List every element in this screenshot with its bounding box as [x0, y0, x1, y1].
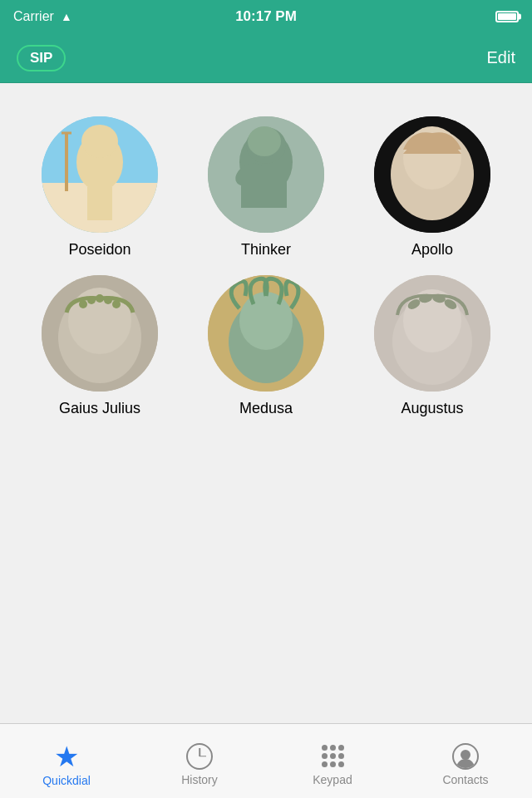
edit-button[interactable]: Edit: [487, 48, 515, 67]
contact-avatar-medusa: [208, 275, 324, 392]
svg-point-21: [96, 294, 104, 303]
contact-name-apollo: Apollo: [411, 241, 453, 259]
tab-keypad-label: Keypad: [313, 773, 352, 786]
battery-fill: [498, 13, 516, 20]
tab-history[interactable]: History: [133, 736, 266, 786]
tab-bar: ★ Quickdial History Keypad: [0, 723, 532, 798]
keypad-dot-8: [330, 761, 336, 767]
contact-avatar-thinker: [208, 116, 324, 233]
contacts-grid: Poseidon Thinker Apollo: [0, 108, 532, 426]
contact-item-medusa[interactable]: Medusa: [183, 275, 349, 417]
status-bar-time: 10:17 PM: [235, 8, 297, 25]
star-icon: ★: [54, 742, 79, 771]
contacts-icon: [452, 743, 479, 770]
wifi-icon: ▲: [61, 10, 72, 23]
contact-name-augustus: Augustus: [401, 400, 463, 417]
battery-icon: [495, 11, 519, 22]
tab-contacts-label: Contacts: [442, 773, 488, 786]
svg-point-26: [239, 292, 293, 350]
contact-item-thinker[interactable]: Thinker: [183, 116, 349, 259]
tab-quickdial[interactable]: ★ Quickdial: [0, 736, 133, 787]
svg-point-12: [248, 126, 281, 156]
keypad-dot-1: [322, 745, 328, 751]
tab-contacts[interactable]: Contacts: [399, 736, 532, 786]
svg-point-22: [104, 296, 112, 304]
contact-icon-body: [456, 759, 475, 770]
contact-item-gaius[interactable]: Gaius Julius: [17, 275, 183, 417]
status-bar-left: Carrier ▲: [13, 9, 72, 24]
keypad-dot-5: [330, 753, 336, 759]
contact-item-poseidon[interactable]: Poseidon: [17, 116, 183, 259]
contact-name-thinker: Thinker: [241, 241, 291, 259]
tab-quickdial-label: Quickdial: [42, 774, 91, 787]
keypad-dot-3: [338, 745, 344, 751]
main-content: Poseidon Thinker Apollo: [0, 83, 532, 723]
contact-name-gaius: Gaius Julius: [59, 400, 140, 417]
clock-icon: [186, 743, 213, 770]
keypad-icon: [322, 745, 344, 767]
contact-name-poseidon: Poseidon: [68, 241, 131, 259]
sip-badge: SIP: [17, 45, 66, 71]
keypad-dot-2: [330, 745, 336, 751]
keypad-icon-wrapper: [322, 743, 344, 770]
svg-point-3: [81, 125, 118, 158]
svg-rect-4: [87, 187, 112, 220]
contact-avatar-augustus: [374, 275, 490, 392]
contact-item-apollo[interactable]: Apollo: [349, 116, 515, 259]
keypad-dot-7: [322, 761, 328, 767]
contact-item-augustus[interactable]: Augustus: [349, 275, 515, 417]
keypad-dot-6: [338, 753, 344, 759]
tab-keypad[interactable]: Keypad: [266, 736, 399, 786]
svg-rect-11: [241, 166, 287, 208]
svg-point-20: [87, 296, 96, 304]
contact-avatar-poseidon: [42, 116, 158, 233]
contact-avatar-gaius: [42, 275, 158, 392]
svg-point-19: [79, 300, 87, 308]
contact-name-medusa: Medusa: [239, 400, 293, 417]
status-bar-right: [495, 11, 519, 22]
contact-avatar-apollo: [374, 116, 490, 233]
keypad-dot-4: [322, 753, 328, 759]
tab-history-label: History: [181, 773, 218, 786]
keypad-dot-9: [338, 761, 344, 767]
status-bar: Carrier ▲ 10:17 PM: [0, 0, 532, 33]
nav-bar: SIP Edit: [0, 33, 532, 83]
carrier-label: Carrier: [13, 9, 54, 24]
history-clock-wrapper: [186, 743, 213, 770]
svg-point-23: [112, 300, 121, 308]
